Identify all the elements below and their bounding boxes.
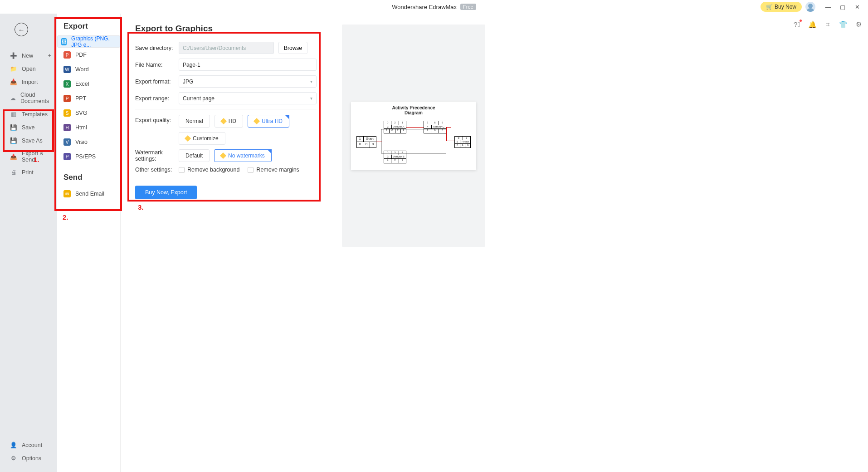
checkbox-icon xyxy=(179,167,185,173)
pdf-icon: P xyxy=(63,51,71,59)
left-sidebar: ← ➕ New ＋ 📁 Open 📥 Import ☁ Cloud Docume… xyxy=(0,14,57,472)
sidebar-item-new[interactable]: ➕ New ＋ xyxy=(0,49,57,62)
saveas-icon: 💾 xyxy=(10,137,17,144)
watermark-label: Watermark settings: xyxy=(135,149,179,162)
preview-title: Activity Precedence Diagram xyxy=(392,105,435,115)
save-dir-input xyxy=(179,42,274,54)
format-select[interactable]: JPG▾ xyxy=(179,75,317,88)
export-item-ppt[interactable]: P PPT xyxy=(57,91,120,106)
plus-icon: ➕ xyxy=(10,52,17,59)
export-list-panel: Export 🖼 Graphics (PNG, JPG e... P PDF W… xyxy=(57,14,121,472)
sidebar-item-import[interactable]: 📥 Import xyxy=(0,75,57,88)
ppt-icon: P xyxy=(63,95,71,102)
quality-hd[interactable]: HD xyxy=(215,115,243,128)
export-item-html[interactable]: H Html xyxy=(57,120,120,135)
remove-background-checkbox[interactable]: Remove background xyxy=(179,167,239,173)
help-icon[interactable]: ?⃝ xyxy=(793,20,801,29)
sidebar-item-templates[interactable]: ▥ Templates xyxy=(0,108,57,121)
diagram-finish-box: 99 5Finish 099 xyxy=(454,136,471,148)
word-icon: W xyxy=(63,66,71,73)
preview-diagram: 1Start 000 021 2Activity A 1023 034 3A xyxy=(356,118,471,163)
gear-icon[interactable]: ⚙ xyxy=(854,20,863,29)
diamond-icon xyxy=(220,118,227,124)
cart-icon: 🛒 xyxy=(766,4,773,10)
sidebar-item-print[interactable]: 🖨 Print xyxy=(0,166,57,179)
format-label: Export format: xyxy=(135,79,179,85)
email-icon: ✉ xyxy=(63,190,71,197)
watermark-default[interactable]: Default xyxy=(179,149,210,162)
export-item-pdf[interactable]: P PDF xyxy=(57,48,120,62)
diamond-icon xyxy=(254,118,260,124)
chevron-down-icon: ▾ xyxy=(310,79,312,84)
quality-ultrahd[interactable]: Ultra HD xyxy=(248,115,289,128)
preview-thumbnail: Activity Precedence Diagram 1Start 000 0… xyxy=(351,102,476,170)
form-title: Export to Graphics xyxy=(135,24,317,34)
titlebar: Wondershare EdrawMax Free 🛒 Buy Now ― ▢ … xyxy=(0,0,868,14)
add-icon[interactable]: ＋ xyxy=(47,52,53,59)
sidebar-item-saveas[interactable]: 💾 Save As xyxy=(0,134,57,147)
app-title: Wondershare EdrawMax xyxy=(392,4,457,10)
sidebar-item-account[interactable]: 👤 Account xyxy=(0,438,57,452)
import-icon: 📥 xyxy=(10,79,17,85)
excel-icon: X xyxy=(63,80,71,88)
minimize-button[interactable]: ― xyxy=(822,2,834,11)
range-select[interactable]: Current page▾ xyxy=(179,92,317,104)
export-icon: 📤 xyxy=(10,153,17,160)
filename-input[interactable] xyxy=(179,59,317,71)
range-label: Export range: xyxy=(135,95,179,102)
sidebar-item-export[interactable]: 📤 Export & Send xyxy=(0,147,57,166)
export-item-send-email[interactable]: ✉ Send Email xyxy=(57,187,120,201)
folder-icon: 📁 xyxy=(10,65,17,72)
send-heading: Send xyxy=(57,173,120,187)
print-icon: 🖨 xyxy=(10,169,17,176)
export-item-word[interactable]: W Word xyxy=(57,62,120,77)
export-item-graphics[interactable]: 🖼 Graphics (PNG, JPG e... xyxy=(57,35,120,48)
export-heading: Export xyxy=(57,22,120,35)
quality-customize[interactable]: Customize xyxy=(179,132,225,145)
watermark-none[interactable]: No watermarks xyxy=(214,149,272,162)
save-dir-label: Save directory: xyxy=(135,45,179,51)
filename-label: File Name: xyxy=(135,62,179,68)
remove-margins-checkbox[interactable]: Remove margins xyxy=(248,167,299,173)
checkbox-icon xyxy=(248,167,254,173)
export-item-visio[interactable]: V Visio xyxy=(57,135,120,149)
buy-now-button[interactable]: 🛒 Buy Now xyxy=(761,2,802,12)
templates-icon: ▥ xyxy=(10,111,17,118)
chevron-down-icon: ▾ xyxy=(310,96,312,101)
person-icon: 👤 xyxy=(10,442,17,448)
export-item-excel[interactable]: X Excel xyxy=(57,77,120,91)
other-label: Other settings: xyxy=(135,167,179,173)
html-icon: H xyxy=(63,124,71,131)
shirt-icon[interactable]: 👕 xyxy=(839,20,847,29)
export-form: Export to Graphics Save directory: Brows… xyxy=(135,24,317,199)
sidebar-item-open[interactable]: 📁 Open xyxy=(0,62,57,75)
free-badge: Free xyxy=(460,4,476,10)
back-button[interactable]: ← xyxy=(15,23,28,36)
quality-normal[interactable]: Normal xyxy=(179,115,210,128)
gear-icon: ⚙ xyxy=(10,455,17,462)
preview-pane: Activity Precedence Diagram 1Start 000 0… xyxy=(342,25,485,247)
image-icon: 🖼 xyxy=(61,38,67,45)
diamond-icon xyxy=(220,152,226,159)
export-item-svg[interactable]: S SVG xyxy=(57,106,120,120)
sidebar-item-options[interactable]: ⚙ Options xyxy=(0,452,57,465)
right-toolstrip: ?⃝ 🔔 ⌗ 👕 ⚙ xyxy=(793,20,863,29)
save-icon: 💾 xyxy=(10,124,17,131)
export-item-pseps[interactable]: P PS/EPS xyxy=(57,149,120,164)
browse-button[interactable]: Browse xyxy=(278,42,307,54)
grid-icon[interactable]: ⌗ xyxy=(824,20,832,29)
avatar[interactable] xyxy=(805,2,815,12)
close-button[interactable]: ✕ xyxy=(851,2,863,11)
main-body: 1. 2. 3. ← ➕ New ＋ 📁 Open 📥 Import xyxy=(0,14,868,472)
diagram-start-box: 1Start 000 xyxy=(356,136,376,148)
sidebar-item-cloud[interactable]: ☁ Cloud Documents xyxy=(0,88,57,108)
ps-icon: P xyxy=(63,153,71,160)
quality-label: Export quality: xyxy=(135,115,179,123)
export-action-button[interactable]: Buy Now, Export xyxy=(135,186,197,199)
visio-icon: V xyxy=(63,138,71,146)
restore-button[interactable]: ▢ xyxy=(836,2,849,11)
cloud-icon: ☁ xyxy=(10,95,16,102)
svg-icon: S xyxy=(63,109,71,117)
sidebar-item-save[interactable]: 💾 Save xyxy=(0,121,57,134)
bell-icon[interactable]: 🔔 xyxy=(808,20,816,29)
